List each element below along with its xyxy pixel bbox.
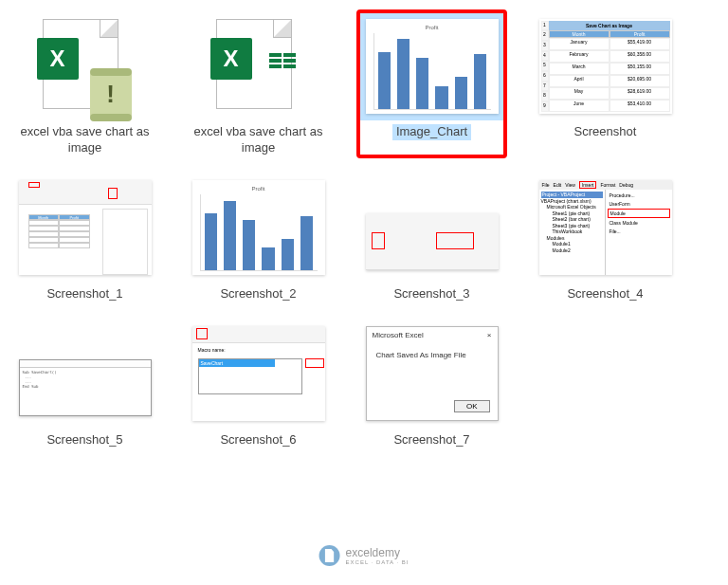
file-thumbnail: X ! [11,11,158,120]
ribbon-preview: MonthProfit [19,180,152,275]
watermark: exceldemy EXCEL · DATA · BI [319,545,410,566]
file-item[interactable]: FileEdit ViewInsert FormatDebug Project … [532,174,679,302]
file-item[interactable]: X excel vba save chart as image [185,11,332,156]
file-label: Screenshot [574,124,637,140]
file-item[interactable]: Profit Screenshot_2 [185,174,332,302]
chart-preview: Profit [366,19,499,114]
dialog-preview: Microsoft Excel × Chart Saved As Image F… [366,326,499,421]
file-thumbnail: 123456789 Save Chart as Image MonthProfi… [532,11,679,120]
file-thumbnail: Macro name: SaveChart [185,320,332,429]
file-label: Screenshot_6 [220,432,296,448]
file-item[interactable]: MonthProfit Screenshot_1 [11,174,158,302]
file-item[interactable]: X ! excel vba save chart as image [11,11,158,156]
file-label: Screenshot_1 [46,286,122,302]
file-label: Screenshot_7 [393,432,469,448]
ok-button: OK [454,400,490,412]
dialog-title: Microsoft Excel [373,331,424,339]
chart-preview: Profit [192,180,325,275]
file-thumbnail [358,174,505,283]
editor-preview: Macro name: SaveChart [192,326,325,421]
file-label: Screenshot_3 [393,286,469,302]
file-item[interactable]: Microsoft Excel × Chart Saved As Image F… [358,320,505,448]
file-item[interactable]: Screenshot_3 [358,174,505,302]
file-grid: X ! excel vba save chart as image X exce… [11,11,717,448]
close-icon: × [487,331,492,339]
file-label: Image_Chart [392,124,471,140]
file-item[interactable]: Sub SaveChart() ... ...End Sub Screensho… [11,320,158,448]
vbe-preview: FileEdit ViewInsert FormatDebug Project … [539,180,672,275]
file-thumbnail: Sub SaveChart() ... ...End Sub [11,320,158,429]
chart-title: Profit [373,25,491,30]
file-label: Screenshot_5 [46,432,122,448]
file-label: Screenshot_4 [567,286,643,302]
dialog-message: Chart Saved As Image File [367,343,498,396]
chart-bars [373,33,491,110]
file-label: excel vba save chart as image [16,124,154,156]
file-label: Screenshot_2 [220,286,296,302]
spreadsheet-preview: 123456789 Save Chart as Image MonthProfi… [539,19,672,114]
excel-macro-icon: X ! [43,19,128,114]
file-item[interactable]: 123456789 Save Chart as Image MonthProfi… [532,11,679,156]
file-label: excel vba save chart as image [190,124,327,156]
code-preview: Sub SaveChart() ... ...End Sub [19,359,152,416]
file-item-selected[interactable]: Profit Image_Chart [358,11,505,156]
file-thumbnail: MonthProfit [11,174,158,283]
excel-file-icon: X [216,19,301,114]
watermark-icon [319,545,340,566]
file-thumbnail: Profit [185,174,332,283]
ribbon-preview [366,213,499,270]
file-thumbnail: Profit [358,11,505,120]
watermark-brand: exceldemy [346,546,400,559]
file-thumbnail: X [185,11,332,120]
file-item[interactable]: Macro name: SaveChart Screenshot_6 [185,320,332,448]
file-thumbnail: FileEdit ViewInsert FormatDebug Project … [532,174,679,283]
watermark-tagline: EXCEL · DATA · BI [346,559,410,565]
file-thumbnail: Microsoft Excel × Chart Saved As Image F… [358,320,505,429]
